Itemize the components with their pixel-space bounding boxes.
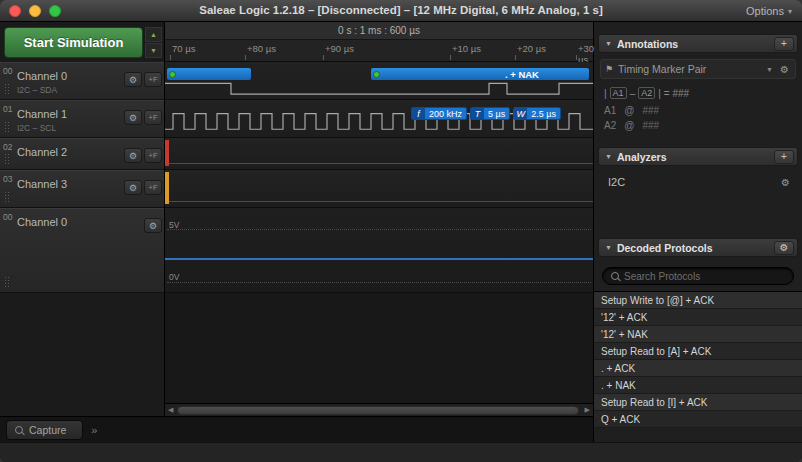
- frequency-measurement[interactable]: f200 kHz: [411, 107, 467, 120]
- section-decoded-protocols-header[interactable]: ▼ Decoded Protocols ⚙: [598, 238, 798, 257]
- trigger-button[interactable]: +F: [144, 110, 162, 125]
- analyzer-settings-button[interactable]: ⚙: [779, 177, 792, 188]
- timing-marker-pair-label: Timing Marker Pair: [618, 63, 761, 75]
- channel-row-0[interactable]: 00 Channel 0 I2C – SDA ⚙ +F: [0, 62, 164, 100]
- period-value: 5 µs: [484, 108, 509, 119]
- main-area: Start Simulation ▲ ▼ 0 s : 1 ms : 600 µs…: [0, 22, 594, 442]
- width-value: 2.5 µs: [527, 108, 560, 119]
- disclosure-icon[interactable]: ▼: [605, 153, 612, 160]
- channel-list: 00 Channel 0 I2C – SDA ⚙ +F: [0, 62, 165, 416]
- gear-icon: ⚙: [781, 177, 790, 188]
- i2c-annotation-bar[interactable]: . + NAK: [371, 68, 589, 80]
- trigger-button[interactable]: +F: [144, 148, 162, 163]
- width-measurement[interactable]: W2.5 µs: [513, 107, 561, 120]
- scroll-right-icon[interactable]: ▶: [585, 406, 590, 414]
- formula-open: |: [604, 88, 607, 99]
- protocol-row[interactable]: Q + ACK: [594, 411, 802, 428]
- section-analyzers-header[interactable]: ▼ Analyzers +: [598, 147, 798, 166]
- drag-handle[interactable]: [4, 276, 10, 289]
- section-title: Annotations: [617, 38, 769, 50]
- waveform-channel-3[interactable]: [165, 170, 593, 208]
- channel-index: 00: [3, 66, 17, 76]
- content: Start Simulation ▲ ▼ 0 s : 1 ms : 600 µs…: [0, 22, 802, 442]
- drag-handle[interactable]: [4, 153, 10, 166]
- channel-name: Channel 1: [17, 108, 124, 120]
- channel-settings-button[interactable]: ⚙: [124, 110, 142, 125]
- flat-trace: [169, 163, 593, 164]
- formula-close: |: [658, 88, 661, 99]
- sidebar-spacer: [594, 196, 802, 238]
- disclosure-icon[interactable]: ▼: [605, 244, 612, 251]
- tick-label: +10 µs: [452, 43, 481, 54]
- tab-overflow-button[interactable]: »: [91, 424, 97, 436]
- panel-collapse-controls: ▲ ▼: [145, 27, 162, 58]
- drag-handle[interactable]: [4, 121, 10, 134]
- protocol-row[interactable]: . + ACK: [594, 360, 802, 377]
- tick-label: 70 µs: [172, 43, 195, 54]
- search-protocols-input[interactable]: [624, 271, 785, 282]
- drag-handle[interactable]: [4, 191, 10, 204]
- channel-name: Channel 3: [17, 178, 124, 190]
- protocol-row[interactable]: '12' + ACK: [594, 309, 802, 326]
- scroll-thumb[interactable]: [177, 406, 578, 415]
- period-measurement[interactable]: T5 µs: [470, 107, 510, 120]
- scroll-track[interactable]: [175, 406, 582, 415]
- protocol-row[interactable]: . + NAK: [594, 377, 802, 394]
- marker-settings-button[interactable]: ⚙: [778, 64, 791, 75]
- scroll-left-icon[interactable]: ◀: [168, 406, 173, 414]
- formula-minus: –: [630, 88, 636, 99]
- waveform-channel-0[interactable]: . + NAK: [165, 62, 593, 100]
- collapse-down-button[interactable]: ▼: [145, 43, 162, 58]
- channel-settings-button[interactable]: ⚙: [124, 72, 142, 87]
- channel-info: Channel 1 I2C – SCL: [17, 104, 124, 137]
- trigger-button[interactable]: +F: [144, 180, 162, 195]
- protocol-row[interactable]: Setup Write to [@] + ACK: [594, 292, 802, 309]
- protocol-row[interactable]: Setup Read to [A] + ACK: [594, 343, 802, 360]
- analyzer-name: I2C: [608, 176, 625, 188]
- waveform-analog-0[interactable]: 5V 0V: [165, 208, 593, 293]
- channel-settings-button[interactable]: ⚙: [124, 180, 142, 195]
- channel-settings-button[interactable]: ⚙: [124, 148, 142, 163]
- protocol-row[interactable]: '12' + NAK: [594, 326, 802, 343]
- channel-index: 00: [3, 212, 17, 222]
- analog-trace: [165, 258, 593, 260]
- tick-label: +90 µs: [325, 43, 354, 54]
- i2c-annotation-bar[interactable]: [167, 68, 251, 80]
- channel-index: 03: [3, 174, 17, 184]
- timing-marker-pair[interactable]: ⚑ Timing Marker Pair ▼ ⚙: [600, 59, 796, 79]
- channel-row-3[interactable]: 03 Channel 3 ⚙ +F: [0, 170, 164, 208]
- channel-settings-button[interactable]: ⚙: [144, 218, 162, 233]
- timeline-ruler[interactable]: 70 µs +80 µs +90 µs +10 µs +20 µs +30 µs: [165, 40, 593, 62]
- section-title: Decoded Protocols: [617, 242, 769, 254]
- section-annotations-header[interactable]: ▼ Annotations +: [598, 34, 798, 53]
- add-annotation-button[interactable]: +: [774, 37, 794, 51]
- tab-capture[interactable]: Capture: [6, 420, 83, 440]
- channel-index: 01: [3, 104, 17, 114]
- analyzer-i2c[interactable]: I2C ⚙: [600, 172, 796, 192]
- search-icon: [611, 272, 619, 280]
- chevron-down-icon[interactable]: ▼: [766, 66, 773, 73]
- trigger-button[interactable]: +F: [144, 72, 162, 87]
- collapse-up-button[interactable]: ▲: [145, 27, 162, 42]
- waveform-channel-1[interactable]: f200 kHz T5 µs W2.5 µs: [165, 100, 593, 138]
- start-simulation-button[interactable]: Start Simulation: [4, 27, 143, 58]
- channel-row-1[interactable]: 01 Channel 1 I2C – SCL ⚙ +F: [0, 100, 164, 138]
- drag-handle[interactable]: [4, 83, 10, 96]
- marker-formula: | A1 – A2 | = ###: [604, 87, 792, 99]
- marker-values: A1 @ ### A2 @ ###: [594, 101, 802, 131]
- channel-analyzer-label: I2C – SDA: [17, 85, 124, 95]
- horizontal-scrollbar[interactable]: ◀ ▶: [165, 403, 593, 416]
- options-menu[interactable]: Options ▾: [746, 5, 792, 17]
- channel-row-2[interactable]: 02 Channel 2 ⚙ +F: [0, 138, 164, 170]
- options-label: Options: [746, 5, 784, 17]
- decoded-settings-button[interactable]: ⚙: [774, 241, 794, 255]
- waveform-channel-2[interactable]: [165, 138, 593, 170]
- protocol-row[interactable]: Setup Read to [I] + ACK: [594, 394, 802, 411]
- channel-row-analog-0[interactable]: 00 Channel 0 ⚙: [0, 208, 164, 293]
- waveform-empty-space: [165, 293, 593, 403]
- disclosure-icon[interactable]: ▼: [605, 40, 612, 47]
- marker-name: A2: [604, 120, 616, 131]
- add-analyzer-button[interactable]: +: [774, 150, 794, 164]
- search-box[interactable]: [602, 267, 794, 285]
- formula-result: = ###: [664, 88, 689, 99]
